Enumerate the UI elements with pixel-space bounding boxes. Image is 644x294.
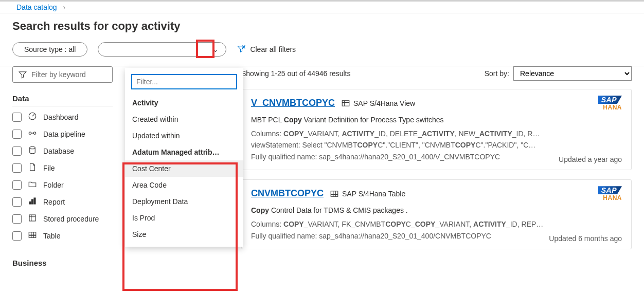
facet-dashboard[interactable]: Dashboard (12, 108, 113, 125)
source-type-chip[interactable]: Source type : all (12, 42, 87, 57)
sap-badge: SAP HANA (598, 186, 622, 201)
facet-group-business: Business (12, 259, 113, 270)
result-updated: Updated 6 months ago (549, 234, 622, 243)
svg-point-3 (29, 132, 31, 135)
dropdown-section-adatum: Adatum Managed attrib… (125, 144, 243, 160)
file-icon (28, 162, 37, 173)
svg-rect-6 (29, 202, 31, 205)
dropdown-item-is-prod[interactable]: Is Prod (125, 210, 243, 226)
dropdown-section-activity: Activity (125, 95, 243, 111)
dropdown-item-cost-center[interactable]: Cost Center (125, 160, 243, 177)
dropdown-item-area-code[interactable]: Area Code (125, 177, 243, 193)
dropdown-item-deployment-data[interactable]: Deployment Data (125, 193, 243, 210)
report-icon (28, 196, 37, 207)
pipeline-icon (28, 128, 37, 139)
left-sidebar: Filter by keyword Data Dashboard Data pi… (12, 66, 113, 272)
page-title: Search results for copy activity (12, 20, 634, 33)
svg-point-4 (33, 132, 36, 135)
clear-filter-icon (237, 44, 246, 55)
table-icon (28, 230, 37, 241)
breadcrumb-root[interactable]: Data catalog (16, 3, 57, 11)
result-subtype: SAP S/4Hana View (341, 99, 415, 108)
dashboard-icon (28, 112, 37, 122)
facet-stored-procedure[interactable]: Stored procedure (12, 210, 113, 227)
database-icon (28, 145, 37, 156)
filter-dropdown-panel: Activity Created within Updated within A… (125, 68, 243, 247)
svg-rect-8 (34, 198, 35, 204)
checkbox[interactable] (12, 231, 22, 241)
result-description: Copy Control Data for TDMS & CMIS packag… (251, 206, 622, 214)
facet-table[interactable]: Table (12, 227, 113, 244)
facet-group-data: Data (12, 94, 113, 106)
sap-badge: SAP HANA (598, 96, 622, 111)
view-icon (341, 99, 350, 108)
filter-icon (18, 70, 27, 79)
sort-label: Sort by: (485, 69, 509, 78)
checkbox[interactable] (12, 197, 22, 207)
dropdown-item-created-within[interactable]: Created within (125, 111, 243, 127)
facet-database[interactable]: Database (12, 142, 113, 159)
chevron-right-icon: › (63, 3, 66, 11)
breadcrumb: Data catalog › (0, 2, 644, 13)
result-card[interactable]: SAP HANA V_CNVMBTCOPYC SAP S/4Hana View … (241, 89, 632, 170)
dropdown-item-size[interactable]: Size (125, 226, 243, 243)
folder-icon (28, 179, 37, 190)
facet-data-pipeline[interactable]: Data pipeline (12, 125, 113, 142)
chevron-down-icon: ⌄ (212, 45, 219, 53)
checkbox[interactable] (12, 214, 22, 224)
result-card[interactable]: SAP HANA CNVMBTCOPYC SAP S/4Hana Table C… (241, 179, 632, 249)
checkbox[interactable] (12, 113, 22, 122)
svg-rect-7 (32, 199, 33, 204)
dropdown-filter-input[interactable] (131, 74, 237, 89)
stored-procedure-icon (28, 213, 37, 224)
result-updated: Updated a year ago (559, 155, 622, 163)
facet-report[interactable]: Report (12, 193, 113, 210)
filter-keyword-input[interactable]: Filter by keyword (12, 66, 113, 83)
facet-file[interactable]: File (12, 159, 113, 176)
checkbox[interactable] (12, 130, 22, 139)
result-title[interactable]: CNVMBTCOPYC (251, 188, 324, 199)
result-title[interactable]: V_CNVMBTCOPYC (251, 98, 335, 108)
facet-folder[interactable]: Folder (12, 176, 113, 193)
clear-all-filters[interactable]: Clear all filters (237, 44, 296, 55)
filter-dropdown-chip[interactable]: ⌄ (98, 42, 226, 57)
svg-point-5 (30, 146, 35, 149)
dropdown-item-updated-within[interactable]: Updated within (125, 127, 243, 144)
checkbox[interactable] (12, 180, 22, 190)
sort-select[interactable]: Relevance (513, 66, 632, 81)
svg-rect-11 (342, 100, 349, 106)
svg-rect-9 (29, 215, 35, 221)
table-icon (330, 189, 339, 198)
result-description: MBT PCL Copy Variant Definition for Proc… (251, 116, 622, 124)
svg-rect-12 (331, 191, 338, 196)
checkbox[interactable] (12, 146, 22, 156)
checkbox[interactable] (12, 163, 22, 173)
svg-rect-10 (29, 232, 36, 238)
results-count: Showing 1-25 out of 44946 results (241, 69, 350, 78)
result-subtype: SAP S/4Hana Table (330, 189, 405, 198)
